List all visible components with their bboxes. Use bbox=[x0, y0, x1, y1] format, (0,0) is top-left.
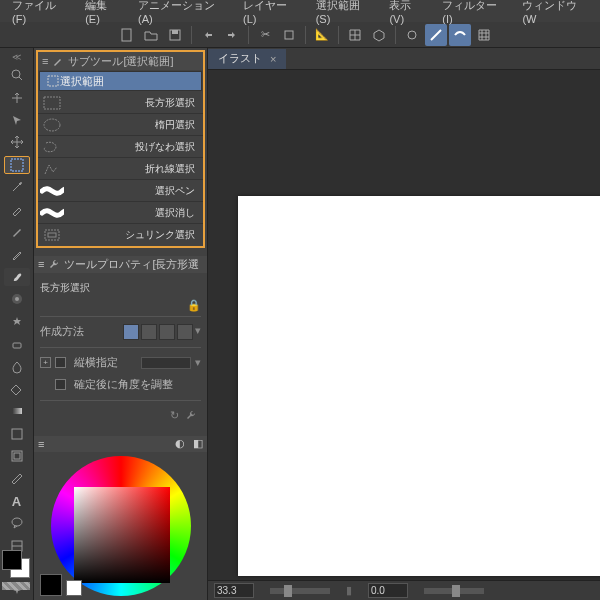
mode-sub-icon[interactable] bbox=[159, 324, 175, 340]
toolproperty-body: 長方形選択 🔒 作成方法 ▾ + 縦横指定 bbox=[34, 273, 207, 430]
menu-edit[interactable]: 編集(E) bbox=[77, 0, 128, 27]
pen-tool-icon[interactable] bbox=[4, 223, 30, 241]
chevron-down-icon[interactable]: ▾ bbox=[195, 356, 201, 369]
reset-icon[interactable]: ↻ bbox=[170, 409, 179, 422]
transparent-swatch[interactable] bbox=[2, 582, 30, 590]
collapse-icon[interactable]: ≪ bbox=[12, 52, 21, 62]
new-icon[interactable] bbox=[116, 24, 138, 46]
selection-tool-icon[interactable] bbox=[4, 156, 30, 175]
canvas-area: イラスト × ▮ bbox=[208, 48, 600, 600]
subtool-item-shrink[interactable]: シュリンク選択 bbox=[38, 224, 203, 246]
ruler-tool-icon[interactable] bbox=[4, 469, 30, 487]
menu-icon[interactable]: ≡ bbox=[38, 258, 44, 270]
move-tool-icon[interactable] bbox=[4, 88, 30, 106]
menu-filter[interactable]: フィルター(I) bbox=[434, 0, 512, 27]
wand-tool-icon[interactable] bbox=[4, 178, 30, 196]
pencil-tool-icon[interactable] bbox=[4, 245, 30, 263]
svg-rect-17 bbox=[48, 76, 58, 86]
decoration-tool-icon[interactable] bbox=[4, 313, 30, 331]
svg-point-7 bbox=[20, 182, 22, 184]
layer-move-tool-icon[interactable] bbox=[4, 133, 30, 151]
fg-color[interactable] bbox=[40, 574, 62, 596]
svg-point-15 bbox=[12, 518, 22, 526]
brush-icon bbox=[52, 55, 64, 67]
cut-icon[interactable]: ✂ bbox=[254, 24, 276, 46]
grid-icon[interactable] bbox=[344, 24, 366, 46]
expand-icon[interactable]: + bbox=[40, 357, 51, 368]
lock-icon[interactable]: 🔒 bbox=[187, 299, 201, 312]
cube-icon[interactable] bbox=[368, 24, 390, 46]
save-icon[interactable] bbox=[164, 24, 186, 46]
undo-icon[interactable] bbox=[197, 24, 219, 46]
eraser-tool-icon[interactable] bbox=[4, 335, 30, 353]
aspect-row[interactable]: + 縦横指定 ▾ bbox=[40, 352, 201, 374]
menu-icon[interactable]: ≡ bbox=[38, 438, 44, 450]
menu-animation[interactable]: アニメーション(A) bbox=[130, 0, 233, 27]
angle-row[interactable]: 確定後に角度を調整 bbox=[40, 374, 201, 396]
operation-tool-icon[interactable] bbox=[4, 111, 30, 129]
color-mode-icon[interactable]: ◐ bbox=[175, 437, 185, 450]
aspect-checkbox[interactable] bbox=[55, 357, 66, 368]
ruler-icon[interactable]: 📐 bbox=[311, 24, 333, 46]
fill-tool-icon[interactable] bbox=[4, 380, 30, 398]
subtool-item-polyline[interactable]: 折れ線選択 bbox=[38, 158, 203, 180]
airbrush-tool-icon[interactable] bbox=[4, 290, 30, 308]
subtool-item-ellipse[interactable]: 楕円選択 bbox=[38, 114, 203, 136]
zoom-slider[interactable] bbox=[270, 588, 330, 594]
text-tool-icon[interactable]: A bbox=[4, 492, 30, 510]
wrench-icon bbox=[48, 258, 60, 270]
aspect-slider[interactable] bbox=[141, 357, 191, 369]
zoom-tool-icon[interactable] bbox=[4, 66, 30, 84]
menu-icon[interactable]: ≡ bbox=[42, 55, 48, 67]
subtool-item-lasso[interactable]: 投げなわ選択 bbox=[38, 136, 203, 158]
subtool-tab[interactable]: 選択範囲 bbox=[39, 71, 202, 91]
mode-intersect-icon[interactable] bbox=[177, 324, 193, 340]
svg-point-5 bbox=[12, 70, 20, 78]
brush-tool-icon[interactable] bbox=[4, 268, 30, 286]
blend-tool-icon[interactable] bbox=[4, 357, 30, 375]
snap-special-icon[interactable] bbox=[449, 24, 471, 46]
svg-rect-6 bbox=[11, 159, 23, 171]
rotation-input[interactable] bbox=[368, 583, 408, 598]
mode-new-icon[interactable] bbox=[123, 324, 139, 340]
mode-add-icon[interactable] bbox=[141, 324, 157, 340]
subtool-item-selecterase[interactable]: 選択消し bbox=[38, 202, 203, 224]
chevron-down-icon[interactable]: ▾ bbox=[195, 324, 201, 340]
subtool-item-selectpen[interactable]: 選択ペン bbox=[38, 180, 203, 202]
viewport[interactable] bbox=[208, 70, 600, 580]
main-color-swatch[interactable] bbox=[2, 550, 22, 570]
toolproperty-header[interactable]: ≡ ツールプロパティ[長方形選 bbox=[34, 256, 207, 273]
open-icon[interactable] bbox=[140, 24, 162, 46]
document-tab[interactable]: イラスト × bbox=[208, 49, 286, 69]
menu-file[interactable]: ファイル(F) bbox=[4, 0, 75, 27]
angle-checkbox[interactable] bbox=[55, 379, 66, 390]
color-square[interactable] bbox=[74, 487, 170, 583]
bg-color[interactable] bbox=[66, 580, 82, 596]
color-header[interactable]: ≡ ◐ ◧ bbox=[34, 436, 207, 453]
redo-icon[interactable] bbox=[221, 24, 243, 46]
menu-view[interactable]: 表示(V) bbox=[381, 0, 432, 27]
svg-rect-10 bbox=[13, 343, 21, 348]
figure-tool-icon[interactable] bbox=[4, 425, 30, 443]
menu-selection[interactable]: 選択範囲(S) bbox=[308, 0, 380, 27]
color-swatches[interactable] bbox=[2, 550, 32, 590]
delete-icon[interactable] bbox=[278, 24, 300, 46]
rotation-slider[interactable] bbox=[424, 588, 484, 594]
eyedropper-tool-icon[interactable] bbox=[4, 201, 30, 219]
snap-ruler-icon[interactable] bbox=[425, 24, 447, 46]
canvas[interactable] bbox=[238, 196, 600, 576]
menu-window[interactable]: ウィンドウ(W bbox=[514, 0, 596, 27]
wrench-icon[interactable] bbox=[185, 409, 197, 422]
menu-layer[interactable]: レイヤー(L) bbox=[235, 0, 306, 27]
frame-tool-icon[interactable] bbox=[4, 447, 30, 465]
svg-point-9 bbox=[15, 297, 19, 301]
color-mode2-icon[interactable]: ◧ bbox=[193, 437, 203, 450]
close-icon[interactable]: × bbox=[270, 53, 276, 65]
snap-grid-icon[interactable] bbox=[473, 24, 495, 46]
gradient-tool-icon[interactable] bbox=[4, 402, 30, 420]
subtool-item-rect[interactable]: 長方形選択 bbox=[38, 92, 203, 114]
zoom-input[interactable] bbox=[214, 583, 254, 598]
balloon-tool-icon[interactable] bbox=[4, 514, 30, 532]
snap-icon[interactable] bbox=[401, 24, 423, 46]
subtool-header[interactable]: ≡ サブツール[選択範囲] bbox=[38, 52, 203, 70]
